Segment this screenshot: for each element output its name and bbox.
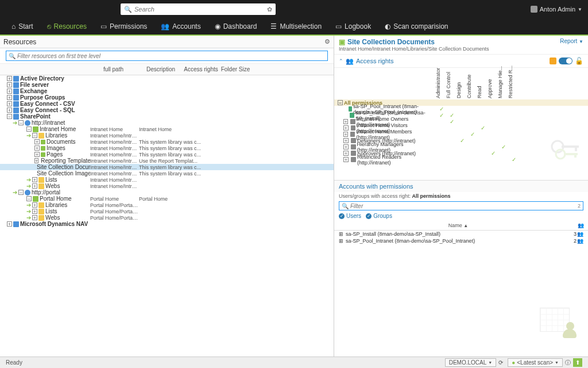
- nav-resources[interactable]: ⎋Resources: [40, 18, 94, 36]
- accounts-filter[interactable]: 🔍 2: [339, 201, 583, 210]
- col-fullpath[interactable]: full path: [89, 66, 138, 72]
- expander-icon[interactable]: +: [7, 101, 12, 106]
- col-accessrights[interactable]: Access rights: [184, 66, 218, 72]
- expander-icon[interactable]: +: [343, 144, 349, 150]
- tree-node[interactable]: +Reporting TemplatesIntranet Home/Intran…: [0, 158, 334, 164]
- tree-node[interactable]: +DocumentsIntranet Home/Intranet Ho...Th…: [0, 139, 334, 145]
- toggle-groups[interactable]: ✓ Groups: [366, 213, 392, 219]
- expander-icon[interactable]: +: [343, 132, 348, 137]
- tree-node[interactable]: ➔+LibrariesPortal Home/Portal Home/Li...: [0, 202, 334, 208]
- tree-node[interactable]: ➔−http://intranet: [0, 120, 334, 126]
- share-icon: [13, 108, 19, 113]
- nav-start[interactable]: ⌂Start: [5, 18, 40, 35]
- expander-icon[interactable]: +: [7, 95, 12, 100]
- tree-node[interactable]: Site Collection DocumentsIntranet Home/I…: [0, 164, 334, 170]
- report-button[interactable]: Report ▼: [560, 38, 583, 44]
- tree-node[interactable]: ➔+WebsPortal Home/Portal Home/...: [0, 214, 334, 221]
- expander-icon[interactable]: −: [32, 133, 37, 138]
- nav-multiselection[interactable]: ☰Multiselection: [264, 18, 328, 35]
- tree-node[interactable]: +Easy Connect - CSV: [0, 101, 334, 107]
- tree-node[interactable]: +File server: [0, 82, 334, 88]
- tree-node[interactable]: ➔+ListsPortal Home/Portal Home/...: [0, 208, 334, 214]
- tree-node[interactable]: Site Collection ImagesIntranet Home/Intr…: [0, 170, 334, 177]
- tree-filter[interactable]: 🔍: [6, 51, 328, 61]
- toggle-users[interactable]: ✓ Users: [339, 213, 361, 219]
- tree-node[interactable]: +Microsoft Dynamics NAV: [0, 221, 334, 227]
- tree-filter-input[interactable]: [17, 53, 325, 59]
- svg-rect-5: [574, 153, 577, 158]
- tree-node[interactable]: −Portal HomePortal HomePortal Home: [0, 195, 334, 202]
- nav-accounts[interactable]: 👥Accounts: [154, 18, 207, 35]
- expander-icon[interactable]: +: [7, 89, 12, 94]
- tree-node[interactable]: +Easy Connect - SQL: [0, 107, 334, 113]
- folder-icon: [38, 177, 44, 183]
- nav-permissions[interactable]: ▭Permissions: [94, 18, 154, 35]
- tree-node[interactable]: ➔+ListsIntranet Home/Intranet Ho...: [0, 177, 334, 183]
- tree-node[interactable]: +Active Directory: [0, 75, 334, 82]
- domain-selector[interactable]: DEMO.LOCAL ▼: [445, 358, 497, 367]
- gear-icon[interactable]: ✿: [267, 6, 272, 13]
- expander-icon[interactable]: −: [18, 120, 24, 125]
- tree-node[interactable]: ➔+WebsIntranet Home/Intranet Ho...: [0, 183, 334, 189]
- upload-icon[interactable]: ⬆: [573, 358, 582, 367]
- expander-icon[interactable]: ⊞: [339, 238, 346, 244]
- expander-icon[interactable]: +: [34, 145, 40, 151]
- tree-node[interactable]: −Intranet HomeIntranet HomeIntranet Home: [0, 126, 334, 132]
- resource-tree[interactable]: +Active Directory+File server+Exchange+P…: [0, 75, 334, 356]
- accounts-header[interactable]: Accounts with permissions: [334, 180, 588, 192]
- expander-icon[interactable]: +: [343, 157, 349, 162]
- tree-node[interactable]: ➔−http://portal: [0, 189, 334, 195]
- nav-logbook[interactable]: ▭Logbook: [328, 18, 378, 35]
- users-icon: 👥: [346, 57, 354, 65]
- lock-icon[interactable]: 🔓: [575, 57, 583, 65]
- account-row[interactable]: ⊞sa-SP_Install (8man-demo\sa-SP_Install)…: [334, 231, 588, 237]
- expander-icon[interactable]: +: [34, 152, 40, 157]
- tree-node[interactable]: +Exchange: [0, 88, 334, 94]
- expander-icon[interactable]: +: [7, 108, 12, 113]
- expander-icon[interactable]: +: [32, 183, 37, 189]
- principal-row[interactable]: +Intranet Home Members (http://intranet)…: [334, 131, 588, 137]
- tree-node[interactable]: ➔−LibrariesIntranet Home/Intranet Ho...: [0, 132, 334, 139]
- scan-selector[interactable]: ●<Latest scan> ▼: [508, 358, 563, 367]
- arrow-icon: ➔: [26, 177, 32, 183]
- col-description[interactable]: Description: [138, 66, 184, 72]
- status-text: Ready: [6, 359, 22, 366]
- expander-icon[interactable]: +: [7, 82, 12, 87]
- expander-icon[interactable]: +: [7, 221, 12, 227]
- expander-icon[interactable]: +: [32, 202, 37, 208]
- nav-dashboard[interactable]: ◉Dashboard: [208, 18, 264, 35]
- tree-node[interactable]: +ImagesIntranet Home/Intranet Ho...This …: [0, 145, 334, 151]
- tree-node[interactable]: +Purpose Groups: [0, 94, 334, 101]
- gear-icon[interactable]: ⚙: [324, 38, 330, 45]
- expander-icon[interactable]: +: [34, 158, 38, 163]
- expander-icon[interactable]: ⊞: [339, 231, 346, 237]
- expander-icon[interactable]: +: [34, 139, 40, 144]
- user-menu[interactable]: Anton Admin ▼: [531, 6, 582, 13]
- account-row[interactable]: ⊞sa-SP_Pool_Intranet (8man-demo\sa-SP_Po…: [334, 237, 588, 244]
- col-foldersize[interactable]: Folder Size: [218, 66, 253, 72]
- col-name[interactable]: Name ▲: [339, 223, 578, 228]
- refresh-icon[interactable]: ⟳: [496, 359, 505, 366]
- expander-icon[interactable]: +: [7, 76, 12, 81]
- access-rights-header[interactable]: ⌃ 👥 Access rights 🔓: [334, 55, 588, 68]
- node-label: Easy Connect - CSV: [20, 101, 75, 107]
- tree-node[interactable]: −SharePoint: [0, 113, 334, 120]
- accounts-filter-input[interactable]: [350, 203, 581, 209]
- node-label: Webs: [45, 214, 60, 221]
- toggle-switch[interactable]: [559, 57, 572, 64]
- expander-icon[interactable]: −: [18, 190, 24, 195]
- perm-col[interactable]: Restricted R...: [509, 68, 519, 99]
- search-input[interactable]: [134, 6, 267, 13]
- expander-icon[interactable]: +: [32, 209, 37, 214]
- info-icon[interactable]: ⓘ: [563, 359, 573, 367]
- expander-icon[interactable]: −: [26, 196, 32, 201]
- expander-icon[interactable]: +: [32, 177, 37, 182]
- tree-node[interactable]: +PagesIntranet Home/Intranet Ho...This s…: [0, 151, 334, 158]
- nav-scan-comparision[interactable]: ◐Scan comparision: [378, 18, 455, 35]
- global-search[interactable]: 🔍 ✿: [121, 3, 276, 15]
- detail-title: ▣ Site Collection Documents: [339, 38, 560, 46]
- group-col-icon[interactable]: 👥: [578, 223, 583, 228]
- expander-icon[interactable]: −: [7, 114, 12, 119]
- expander-icon[interactable]: −: [26, 126, 32, 132]
- expander-icon[interactable]: +: [32, 215, 37, 220]
